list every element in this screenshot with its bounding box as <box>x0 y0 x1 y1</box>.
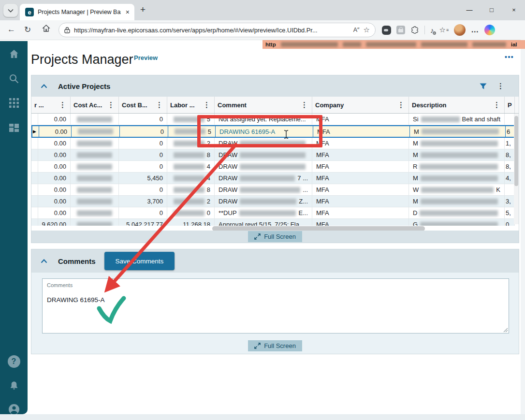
cell[interactable]: MFA <box>312 161 409 172</box>
sidebar-home-button[interactable] <box>0 48 28 60</box>
panel-menu-icon[interactable]: ⋮ <box>497 82 504 90</box>
resize-grip-icon[interactable] <box>503 327 508 333</box>
back-button[interactable]: ← <box>7 25 15 34</box>
cell[interactable] <box>72 126 120 137</box>
full-screen-button[interactable]: Full Screen <box>248 231 302 242</box>
cell[interactable]: 3,700 <box>119 196 167 207</box>
copilot-icon[interactable] <box>484 25 495 35</box>
read-aloud-icon[interactable]: A″ <box>353 27 360 33</box>
new-tab-button[interactable]: + <box>140 4 146 15</box>
cell[interactable]: 5, <box>505 207 515 218</box>
cell[interactable] <box>31 173 38 184</box>
page-scrollbar-gutter[interactable] <box>521 40 525 414</box>
cell[interactable] <box>71 173 119 184</box>
cell[interactable]: SiBelt and shaft <box>409 114 505 125</box>
cell[interactable] <box>505 114 515 125</box>
close-button[interactable]: × <box>503 0 525 19</box>
password-manager-icon[interactable] <box>396 26 405 34</box>
collapse-chevron-icon[interactable] <box>41 82 47 90</box>
cell[interactable]: 0.00 <box>38 114 71 125</box>
home-button[interactable] <box>42 24 50 35</box>
cell[interactable]: 0.00 <box>38 173 71 184</box>
minimize-button[interactable]: — <box>458 0 481 19</box>
cell[interactable]: MFA <box>312 184 409 195</box>
cell[interactable]: 8 <box>167 184 215 195</box>
cell[interactable]: 9,620.00 <box>38 219 71 226</box>
sidebar-search-button[interactable] <box>0 73 28 85</box>
column-header[interactable]: Cost B...⋮ <box>119 97 167 113</box>
cell[interactable]: MFA <box>312 114 409 125</box>
column-header[interactable]: r ...⋮ <box>31 97 71 113</box>
cell[interactable]: 4 <box>167 161 215 172</box>
cell[interactable]: M <box>409 149 505 160</box>
cell[interactable] <box>31 196 38 207</box>
cell[interactable]: 0.00 <box>38 138 71 149</box>
cell[interactable]: 0.00 <box>38 196 71 207</box>
cell[interactable] <box>31 138 38 149</box>
cell[interactable]: ▶ <box>32 126 39 137</box>
column-header[interactable]: P <box>505 97 515 113</box>
cell[interactable]: DRAW <box>215 149 312 160</box>
table-row[interactable]: 0.0004DRAWMFAR8, <box>31 161 515 173</box>
collections-icon[interactable]: ☆≡ <box>439 26 449 34</box>
cell[interactable]: DRAW... <box>215 184 312 195</box>
sidebar-dashboard-button[interactable] <box>0 122 28 133</box>
sidebar-notifications-button[interactable] <box>0 380 28 391</box>
profile-avatar[interactable] <box>454 24 466 36</box>
cell[interactable]: 0.00 <box>39 126 72 137</box>
cell[interactable]: 0 <box>120 126 168 137</box>
cell[interactable]: MFA <box>312 149 409 160</box>
cell[interactable]: 5,450 <box>119 173 167 184</box>
table-row[interactable]: 9,620.005,042,217.7711,268.18Approval re… <box>31 219 515 226</box>
cell[interactable]: 3, <box>505 196 515 207</box>
cell[interactable]: M <box>409 173 505 184</box>
tab-search-button[interactable] <box>3 4 18 17</box>
cell[interactable] <box>71 196 119 207</box>
cell[interactable]: 8 <box>167 149 215 160</box>
shapes-icon[interactable] <box>410 26 419 34</box>
cell[interactable]: WK <box>409 184 505 195</box>
column-header[interactable]: Company⋮ <box>312 97 409 113</box>
cell[interactable]: D <box>409 207 505 218</box>
column-header[interactable]: Comment⋮ <box>215 97 312 113</box>
cell[interactable]: 1, <box>505 138 515 149</box>
table-row[interactable]: 0.005,4504DRAW7 ...MFAM4, <box>31 173 515 184</box>
refresh-button[interactable]: ↻ <box>24 25 31 35</box>
cell[interactable]: 4 <box>167 173 215 184</box>
cell[interactable] <box>71 114 119 125</box>
cell[interactable] <box>31 161 38 172</box>
full-screen-button[interactable]: Full Screen <box>248 340 302 351</box>
cell[interactable]: 0 <box>119 207 167 218</box>
cell[interactable] <box>71 184 119 195</box>
cell[interactable]: M <box>409 196 505 207</box>
comments-textarea[interactable]: Comments DRAWING 61695-A <box>42 278 509 333</box>
table-row[interactable]: 0.0008DRAWMFAM8, <box>31 149 515 161</box>
cell[interactable]: 0 <box>119 138 167 149</box>
cell[interactable]: R <box>409 161 505 172</box>
save-comments-button[interactable]: Save Comments <box>104 252 175 270</box>
cell[interactable]: 0.00 <box>38 184 71 195</box>
cell[interactable]: **DUPE... <box>215 207 312 218</box>
cell[interactable]: 0 <box>119 114 167 125</box>
sidebar-help-button[interactable]: ? <box>0 355 28 368</box>
cell[interactable]: MFA <box>312 138 409 149</box>
cell[interactable] <box>71 138 119 149</box>
cell[interactable]: 8, <box>505 161 515 172</box>
cell[interactable]: 0 <box>119 184 167 195</box>
cell[interactable]: 0 <box>119 149 167 160</box>
cell[interactable]: MFA <box>312 173 409 184</box>
cell[interactable]: 4, <box>505 173 515 184</box>
cell[interactable] <box>71 161 119 172</box>
cell[interactable]: MFA <box>313 126 410 137</box>
cell[interactable] <box>71 207 119 218</box>
favorite-star-icon[interactable]: ☆ <box>364 26 370 34</box>
cell[interactable]: 0 <box>167 207 215 218</box>
cell[interactable] <box>31 114 38 125</box>
cell[interactable]: 0.00 <box>38 207 71 218</box>
extension-badge-icon[interactable] <box>382 26 391 35</box>
cell[interactable]: G <box>409 219 505 226</box>
address-bar[interactable]: https://mayfran-live.epicorsaas.com/serv… <box>58 23 376 37</box>
cell[interactable]: 2 <box>167 196 215 207</box>
cell[interactable]: 0.00 <box>38 161 71 172</box>
cell[interactable] <box>31 219 38 226</box>
